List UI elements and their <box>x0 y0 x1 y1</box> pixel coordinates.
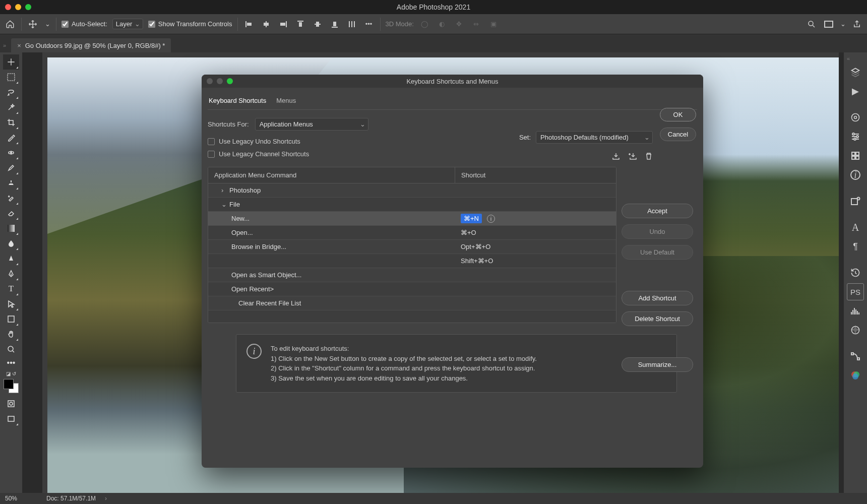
adjustments-panel-icon[interactable] <box>847 128 864 145</box>
lasso-tool[interactable] <box>3 85 19 100</box>
screen-mode-icon[interactable] <box>823 18 835 30</box>
delete-set-icon[interactable] <box>645 152 653 160</box>
paths-panel-icon[interactable] <box>847 348 864 365</box>
table-row[interactable]: Shift+⌘+O <box>208 254 616 268</box>
move-tool-icon[interactable] <box>27 18 39 30</box>
gradient-tool[interactable] <box>3 221 19 236</box>
use-default-button[interactable]: Use Default <box>622 245 693 260</box>
align-vcenter-icon[interactable] <box>312 18 324 30</box>
column-shortcut-header[interactable]: Shortcut <box>455 167 616 183</box>
auto-select-checkbox[interactable]: Auto-Select: <box>61 20 107 28</box>
channels-panel-icon[interactable] <box>847 367 864 384</box>
quick-mask-icon[interactable] <box>3 396 19 411</box>
cancel-button[interactable]: Cancel <box>660 128 696 141</box>
zoom-tool[interactable] <box>3 342 19 357</box>
table-row[interactable]: Clear Recent File List <box>208 296 616 310</box>
blur-tool[interactable] <box>3 236 19 251</box>
shortcuts-list[interactable]: ›Photoshop ⌄File New... ⌘+Ni <box>208 183 616 323</box>
accept-button[interactable]: Accept <box>622 204 693 218</box>
home-icon[interactable] <box>4 18 16 30</box>
brush-tool[interactable] <box>3 160 19 175</box>
window-zoom-icon[interactable] <box>25 4 31 10</box>
edit-toolbar-icon[interactable]: ••• <box>3 357 19 369</box>
window-minimize-icon[interactable] <box>15 4 21 10</box>
share-icon[interactable] <box>851 18 863 30</box>
add-shortcut-button[interactable]: Add Shortcut <box>622 291 693 305</box>
distribute-spacing-icon[interactable] <box>346 18 358 30</box>
shape-tool[interactable] <box>3 311 19 327</box>
libraries-panel-icon[interactable] <box>847 147 864 164</box>
layers-panel-icon[interactable] <box>847 64 864 81</box>
info-panel-icon[interactable]: i <box>847 166 864 183</box>
delete-shortcut-button[interactable]: Delete Shortcut <box>622 311 693 326</box>
table-row[interactable]: New... ⌘+Ni <box>208 212 616 226</box>
canvas-area[interactable]: Keyboard Shortcuts and Menus OK Cancel K… <box>22 52 844 493</box>
dialog-titlebar[interactable]: Keyboard Shortcuts and Menus <box>202 75 703 88</box>
expand-tabs-icon[interactable]: » <box>0 42 9 52</box>
dodge-tool[interactable] <box>3 251 19 266</box>
clone-stamp-tool[interactable] <box>3 175 19 191</box>
foreground-background-colors[interactable] <box>4 379 19 393</box>
shortcut-edit-field[interactable]: ⌘+N <box>461 214 482 223</box>
table-row[interactable]: ⌄File <box>208 198 616 212</box>
hand-tool[interactable] <box>3 327 19 342</box>
table-row[interactable]: ›Photoshop <box>208 183 616 198</box>
move-tool[interactable] <box>3 54 19 70</box>
align-hcenter-icon[interactable] <box>260 18 272 30</box>
search-icon[interactable] <box>806 18 818 30</box>
table-row[interactable]: Open Recent> <box>208 282 616 296</box>
color-panel-icon[interactable] <box>847 109 864 126</box>
show-transform-checkbox[interactable]: Show Transform Controls <box>148 20 232 28</box>
close-tab-icon[interactable]: × <box>17 42 21 49</box>
info-icon[interactable]: i <box>487 215 495 223</box>
new-set-icon[interactable] <box>628 152 638 160</box>
eyedropper-tool[interactable] <box>3 130 19 145</box>
auto-select-mode-dropdown[interactable]: Layer <box>112 19 143 29</box>
swap-default-colors[interactable]: ◪↺ <box>6 371 17 376</box>
history-brush-tool[interactable] <box>3 191 19 206</box>
doc-size-label[interactable]: Doc: 57.1M/57.1M <box>46 495 96 502</box>
share-panel-icon[interactable] <box>847 193 864 210</box>
table-row[interactable]: Open... ⌘+O <box>208 226 616 240</box>
chevron-down-icon[interactable]: ⌄ <box>44 18 51 30</box>
align-bottom-icon[interactable] <box>329 18 341 30</box>
window-close-icon[interactable] <box>5 4 11 10</box>
pen-tool[interactable] <box>3 266 19 281</box>
marquee-tool[interactable] <box>3 70 19 85</box>
type-tool[interactable]: T <box>3 281 19 296</box>
set-dropdown[interactable]: Photoshop Defaults (modified) <box>536 131 653 144</box>
navigator-panel-icon[interactable] <box>847 322 864 339</box>
magic-wand-tool[interactable] <box>3 100 19 115</box>
align-left-icon[interactable] <box>243 18 255 30</box>
eraser-tool[interactable] <box>3 206 19 221</box>
paragraph-panel-icon[interactable]: ¶ <box>847 238 864 255</box>
ok-button[interactable]: OK <box>660 108 696 121</box>
align-right-icon[interactable] <box>277 18 289 30</box>
properties-panel-icon[interactable]: PS <box>847 283 864 300</box>
tab-menus[interactable]: Menus <box>276 97 296 104</box>
history-panel-icon[interactable] <box>847 264 864 281</box>
actions-panel-icon[interactable]: ▶ <box>847 83 864 100</box>
table-row[interactable]: Open as Smart Object... <box>208 268 616 282</box>
chevron-down-icon[interactable]: ⌄ <box>840 18 846 30</box>
histogram-panel-icon[interactable] <box>847 302 864 320</box>
zoom-level[interactable]: 50% <box>5 495 37 502</box>
undo-button[interactable]: Undo <box>622 224 693 239</box>
summarize-button[interactable]: Summarize... <box>622 357 693 372</box>
shortcuts-for-dropdown[interactable]: Application Menus <box>255 118 368 131</box>
path-select-tool[interactable] <box>3 296 19 311</box>
table-row[interactable] <box>208 310 616 323</box>
character-panel-icon[interactable]: A <box>847 219 864 236</box>
dialog-close-icon[interactable] <box>207 78 213 84</box>
document-tab[interactable]: × Go Outdoors 99.jpg @ 50% (Layer 0, RGB… <box>11 38 171 52</box>
align-top-icon[interactable] <box>294 18 306 30</box>
tab-keyboard-shortcuts[interactable]: Keyboard Shortcuts <box>209 97 266 104</box>
healing-brush-tool[interactable] <box>3 145 19 160</box>
save-set-icon[interactable] <box>611 152 621 160</box>
more-options-icon[interactable]: ••• <box>363 18 375 30</box>
crop-tool[interactable] <box>3 115 19 130</box>
collapse-panels-icon[interactable]: « <box>844 55 850 61</box>
screen-mode-tool-icon[interactable] <box>3 411 19 426</box>
status-menu-icon[interactable]: › <box>105 495 107 502</box>
foreground-color-swatch[interactable] <box>4 379 14 389</box>
